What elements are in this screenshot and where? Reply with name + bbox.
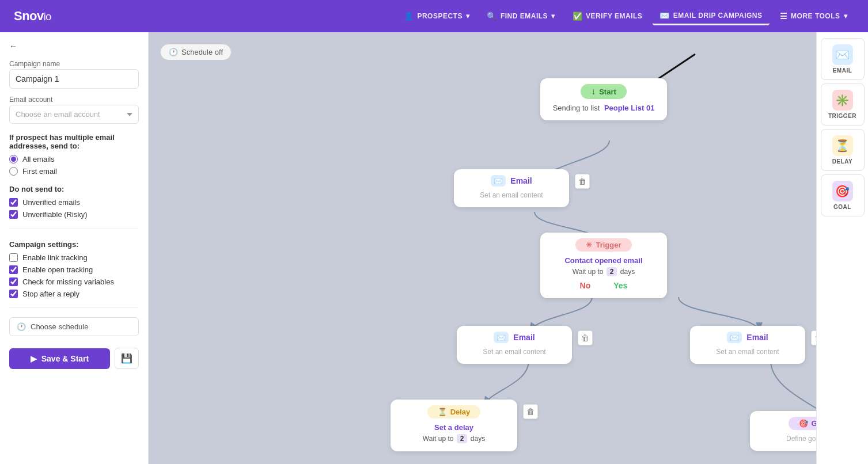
choose-schedule-button[interactable]: 🕐 Choose schedule — [9, 317, 139, 336]
email-node-3-wrapper: ✉️ Email Set an email content 🗑 — [690, 326, 805, 364]
divider-1 — [9, 228, 139, 229]
delay-node-wrapper: ⏳ Delay Set a delay Wait up to 2 days 🗑 — [391, 400, 517, 451]
panel-trigger-label: TRIGGER — [828, 113, 856, 119]
email-2-header: ✉️ Email — [494, 332, 535, 343]
email-1-subtitle: Set an email content — [480, 191, 543, 199]
panel-email-label: EMAIL — [833, 67, 852, 74]
save-start-button[interactable]: ▶ Save & Start — [9, 348, 110, 369]
email-drip-icon: ✉️ — [659, 11, 670, 20]
panel-goal-icon: 🎯 — [832, 181, 853, 201]
email-node-3[interactable]: ✉️ Email Set an email content — [690, 326, 805, 364]
panel-trigger-icon: ✳️ — [832, 90, 853, 111]
email-node-2[interactable]: ✉️ Email Set an email content — [457, 326, 572, 364]
goal-badge: 🎯 Goal — [789, 417, 816, 430]
nav-find-emails[interactable]: 🔍 FIND EMAILS ▾ — [480, 8, 562, 24]
campaign-settings-label: Campaign settings: — [9, 240, 139, 249]
clock-icon: 🕐 — [17, 322, 26, 331]
email-node-2-wrapper: ✉️ Email Set an email content 🗑 — [457, 326, 572, 364]
goal-node[interactable]: 🎯 Goal Define goal name — [750, 411, 816, 451]
email-1-icon: ✉️ — [491, 175, 506, 187]
canvas: 🕐 Schedule off — [149, 32, 816, 464]
nav-email-drip[interactable]: ✉️ EMAIL DRIP CAMPAIGNS — [653, 7, 769, 25]
radio-first-email[interactable]: First email — [9, 167, 139, 176]
delay-badge: ⏳ Delay — [427, 405, 481, 419]
start-badge: ↓ Start — [581, 84, 627, 99]
panel-trigger[interactable]: ✳️ TRIGGER — [821, 83, 865, 125]
email-node-1[interactable]: ✉️ Email Set an email content — [454, 169, 569, 207]
trigger-node[interactable]: ✳ Trigger Contact opened email Wait up t… — [540, 233, 667, 298]
trigger-node-wrapper: ✳ Trigger Contact opened email Wait up t… — [540, 233, 667, 298]
check-unverifiable[interactable]: Unverifiable (Risky) — [9, 210, 139, 219]
trigger-yes-label: Yes — [613, 281, 627, 290]
back-button[interactable]: ← — [9, 41, 139, 51]
trigger-detail: Contact opened email — [564, 256, 642, 265]
panel-delay-label: DELAY — [832, 158, 852, 165]
panel-email[interactable]: ✉️ EMAIL — [821, 38, 865, 80]
multiple-emails-label: If prospect has multiple email addresses… — [9, 133, 139, 150]
logo: Snovio — [14, 9, 51, 24]
email-1-title: Email — [510, 176, 532, 185]
do-not-send-label: Do not send to: — [9, 185, 139, 193]
delay-wait: Wait up to 2 days — [423, 434, 485, 443]
save-icon-button[interactable]: 💾 — [115, 348, 139, 369]
check-open-tracking[interactable]: Enable open tracking — [9, 265, 139, 274]
start-node: ↓ Start Sending to list People List 01 — [540, 78, 667, 120]
check-missing-vars[interactable]: Check for missing variables — [9, 277, 139, 286]
panel-delay[interactable]: ⏳ DELAY — [821, 129, 865, 171]
trigger-wait: Wait up to 2 days — [573, 267, 635, 276]
sidebar: ← Campaign name Email account Choose an … — [0, 32, 149, 464]
more-tools-icon: ☰ — [780, 12, 788, 21]
panel-goal-label: GOAL — [833, 204, 851, 210]
navbar: Snovio 👤 PROSPECTS ▾ 🔍 FIND EMAILS ▾ ✅ V… — [0, 0, 868, 32]
play-icon: ▶ — [31, 354, 37, 363]
trigger-badge: ✳ Trigger — [575, 238, 631, 252]
find-emails-icon: 🔍 — [487, 12, 497, 21]
goal-node-wrapper: 🎯 Goal Define goal name 🗑 — [750, 411, 816, 451]
trigger-no-label: No — [580, 281, 591, 290]
back-arrow-icon: ← — [9, 41, 17, 51]
email-3-delete-button[interactable]: 🗑 — [811, 330, 816, 345]
trigger-yes-no: No Yes — [580, 281, 628, 290]
trigger-star-icon: ✳ — [586, 241, 592, 249]
campaign-name-label: Campaign name — [9, 60, 139, 68]
email-2-icon: ✉️ — [494, 332, 509, 343]
schedule-clock-icon: 🕐 — [169, 48, 178, 56]
email-3-title: Email — [746, 333, 768, 342]
email-account-label: Email account — [9, 96, 139, 104]
verify-emails-icon: ✅ — [573, 12, 583, 21]
panel-goal[interactable]: 🎯 GOAL — [821, 174, 865, 216]
email-1-delete-button[interactable]: 🗑 — [575, 174, 590, 189]
email-account-select[interactable]: Choose an email account — [9, 105, 139, 124]
email-3-header: ✉️ Email — [727, 332, 768, 343]
panel-email-icon: ✉️ — [832, 44, 853, 65]
delay-detail: Set a delay — [434, 423, 473, 432]
save-start-row: ▶ Save & Start 💾 — [9, 348, 139, 369]
nav-verify-emails[interactable]: ✅ VERIFY EMAILS — [566, 8, 650, 24]
start-down-arrow-icon: ↓ — [591, 86, 596, 97]
right-panel: ✉️ EMAIL ✳️ TRIGGER ⏳ DELAY 🎯 GOAL — [816, 32, 868, 464]
email-2-subtitle: Set an email content — [483, 348, 545, 356]
check-unverified[interactable]: Unverified emails — [9, 198, 139, 207]
check-stop-reply[interactable]: Stop after a reply — [9, 290, 139, 298]
check-link-tracking[interactable]: Enable link tracking — [9, 253, 139, 262]
radio-all-emails[interactable]: All emails — [9, 155, 139, 163]
email-2-delete-button[interactable]: 🗑 — [578, 330, 593, 345]
email-1-header: ✉️ Email — [491, 175, 532, 187]
start-description: Sending to list People List 01 — [553, 104, 655, 112]
schedule-off-button[interactable]: 🕐 Schedule off — [160, 44, 232, 60]
delay-node[interactable]: ⏳ Delay Set a delay Wait up to 2 days — [391, 400, 517, 451]
goal-detail: Define goal name — [786, 435, 816, 443]
save-icon: 💾 — [121, 353, 132, 363]
email-node-1-wrapper: ✉️ Email Set an email content 🗑 — [454, 169, 569, 207]
email-3-subtitle: Set an email content — [716, 348, 779, 356]
goal-icon: 🎯 — [799, 419, 808, 428]
nav-more-tools[interactable]: ☰ MORE TOOLS ▾ — [773, 8, 854, 24]
campaign-name-input[interactable] — [9, 69, 139, 89]
prospects-icon: 👤 — [404, 12, 414, 21]
nav-prospects[interactable]: 👤 PROSPECTS ▾ — [397, 8, 477, 24]
email-2-title: Email — [513, 333, 535, 342]
delay-delete-button[interactable]: 🗑 — [523, 404, 538, 419]
email-3-icon: ✉️ — [727, 332, 742, 343]
divider-2 — [9, 307, 139, 308]
delay-hourglass-icon: ⏳ — [438, 408, 447, 416]
